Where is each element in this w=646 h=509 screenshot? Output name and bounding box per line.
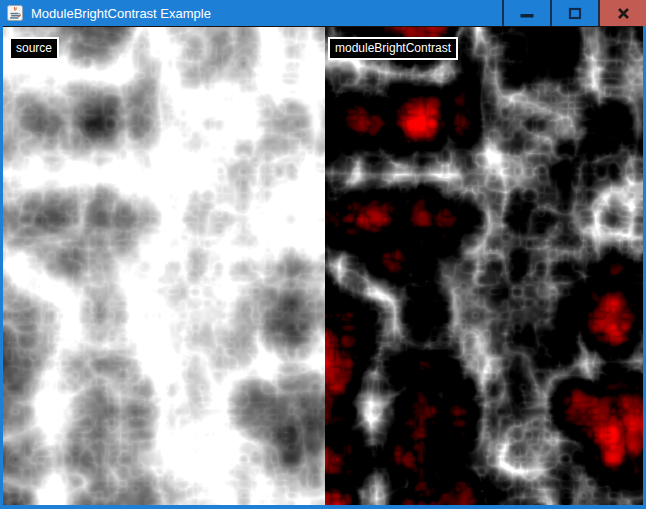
maximize-icon xyxy=(568,6,582,20)
output-panel: moduleBrightContrast xyxy=(325,27,643,505)
title-bar[interactable]: ModuleBrightContrast Example xyxy=(0,0,646,26)
window-title: ModuleBrightContrast Example xyxy=(31,6,502,21)
content-area: source moduleBrightContrast xyxy=(3,26,643,505)
source-panel: source xyxy=(3,27,325,505)
close-icon xyxy=(617,7,630,20)
output-label-text: moduleBrightContrast xyxy=(335,41,451,55)
java-app-icon xyxy=(7,5,23,21)
module-bright-contrast-image xyxy=(325,27,643,505)
minimize-icon xyxy=(520,6,534,20)
output-label: moduleBrightContrast xyxy=(328,37,458,60)
minimize-button[interactable] xyxy=(502,0,550,26)
source-image xyxy=(3,27,325,505)
source-label: source xyxy=(9,37,59,60)
close-button[interactable] xyxy=(598,0,646,26)
maximize-button[interactable] xyxy=(550,0,598,26)
app-window: ModuleBrightContrast Example xyxy=(0,0,646,509)
window-controls xyxy=(502,0,646,26)
source-label-text: source xyxy=(16,41,52,55)
